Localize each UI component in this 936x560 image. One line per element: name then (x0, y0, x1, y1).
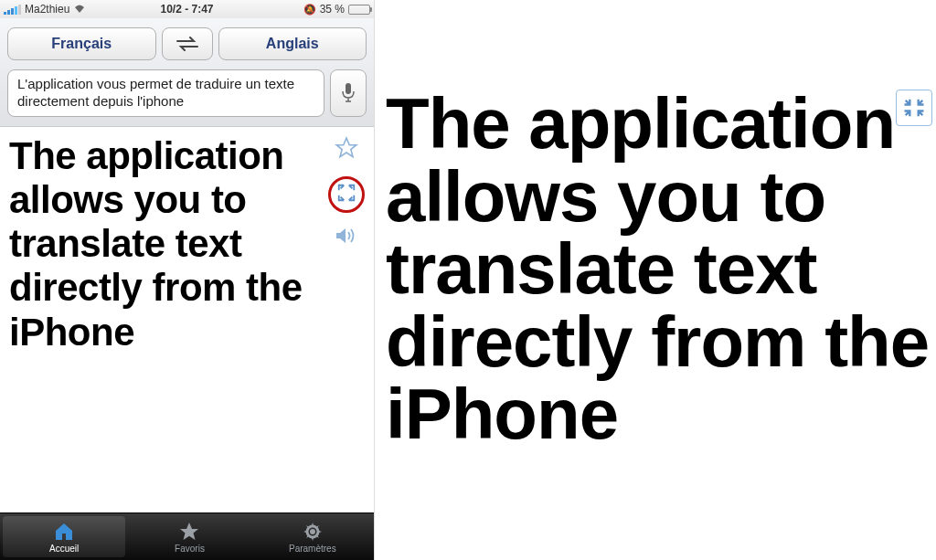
fullscreen-button[interactable] (336, 183, 356, 206)
fullscreen-screen: The application allows you to translate … (375, 0, 936, 560)
translate-screen: Ma2thieu 10/2 - 7:47 🔕 35 % Français Ang… (0, 0, 375, 560)
carrier-label: Ma2thieu (25, 3, 69, 16)
microphone-icon (341, 82, 356, 104)
star-icon (335, 136, 358, 160)
battery-icon (348, 5, 370, 15)
gear-icon (301, 521, 324, 543)
tab-home[interactable]: Accueil (3, 516, 125, 557)
swap-languages-button[interactable] (162, 27, 213, 60)
battery-percent: 35 % (320, 3, 345, 16)
speaker-icon (335, 226, 358, 246)
mute-icon: 🔕 (303, 4, 316, 16)
tab-settings-label: Paramètres (289, 544, 336, 554)
input-row: L'application vous permet de traduire un… (7, 69, 367, 117)
svg-rect-0 (346, 83, 351, 94)
favorite-button[interactable] (335, 136, 358, 164)
fullscreen-translated-text: The application allows you to translate … (386, 88, 936, 451)
signal-icon (4, 5, 21, 15)
expand-icon (336, 183, 356, 203)
language-row: Français Anglais (7, 27, 367, 60)
star-tab-icon (177, 521, 201, 543)
status-bar: Ma2thieu 10/2 - 7:47 🔕 35 % (0, 0, 374, 18)
wifi-icon (73, 3, 86, 16)
translated-text: The application allows you to translate … (0, 127, 320, 513)
tab-favorites-label: Favoris (175, 544, 205, 554)
source-language-button[interactable]: Français (7, 27, 156, 60)
source-text-input[interactable]: L'application vous permet de traduire un… (7, 69, 324, 117)
status-left: Ma2thieu (4, 3, 86, 16)
input-panel: Français Anglais L'application vous perm… (0, 18, 374, 127)
status-right: 🔕 35 % (303, 3, 370, 16)
tab-settings[interactable]: Paramètres (251, 513, 374, 560)
target-language-button[interactable]: Anglais (218, 27, 367, 60)
expand-highlight-circle (328, 176, 365, 213)
status-time: 10/2 - 7:47 (160, 3, 213, 16)
tab-favorites[interactable]: Favoris (128, 513, 250, 560)
microphone-button[interactable] (330, 69, 367, 117)
svg-point-1 (310, 529, 315, 534)
result-panel: The application allows you to translate … (0, 127, 374, 513)
home-icon (52, 521, 76, 543)
speak-button[interactable] (335, 226, 358, 249)
tab-home-label: Accueil (49, 544, 79, 554)
swap-icon (176, 37, 199, 51)
tab-bar: Accueil Favoris Paramètres (0, 512, 374, 560)
result-actions (328, 136, 365, 249)
